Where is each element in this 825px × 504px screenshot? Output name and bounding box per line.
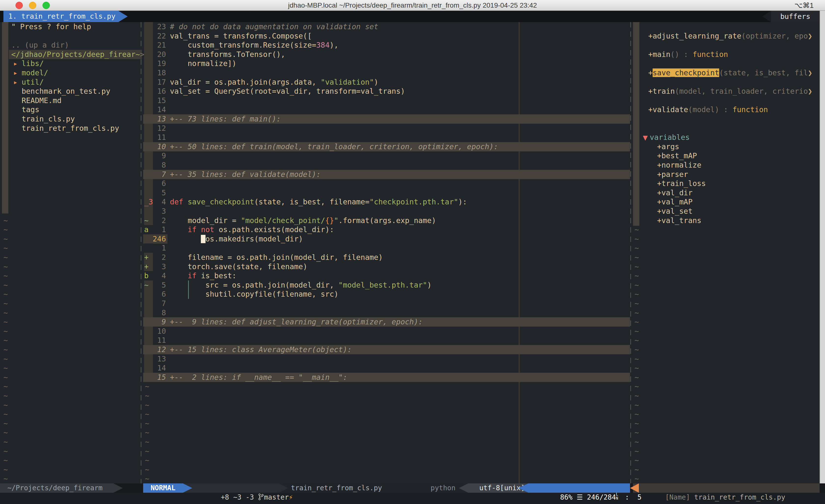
fold-line[interactable]: 7+-- 35 lines: def validate(model): xyxy=(143,170,630,179)
code-text: val_trans = transforms.Compose([ xyxy=(170,31,312,41)
line-number: 11 xyxy=(143,336,166,345)
empty-line-tilde: ~ xyxy=(145,474,149,483)
code-line[interactable]: 10 xyxy=(143,327,630,336)
code-line[interactable]: 2+ filename = os.path.join(model_dir, fi… xyxy=(143,253,630,262)
fold-line[interactable]: 12+-- 15 lines: class AverageMeter(objec… xyxy=(143,345,630,354)
tree-item-file[interactable]: README.md xyxy=(0,96,141,105)
code-line[interactable]: 3+ torch.save(state, filename) xyxy=(143,262,630,271)
line-number: 9 xyxy=(143,317,166,327)
line-number: 6 xyxy=(143,289,166,299)
tag-item[interactable]: +args xyxy=(657,142,679,151)
code-line[interactable]: 18 xyxy=(143,68,630,78)
tag-item[interactable]: +normalize xyxy=(657,161,701,170)
nerdtree-up-dir[interactable]: .. (up a dir) xyxy=(0,40,141,50)
empty-line-tilde: ~ xyxy=(634,474,639,483)
tagbar-status-text: [Name] train_retr_from_cls.py xyxy=(641,483,785,493)
buffers-label[interactable]: buffers xyxy=(771,11,820,22)
tag-item[interactable]: +val_set xyxy=(657,206,693,216)
tag-item[interactable]: +validate(model) : function xyxy=(648,105,768,114)
tag-item[interactable]: +train_loss xyxy=(657,179,706,188)
code-line[interactable]: 16val_set = QuerySet(root=val_dir, trans… xyxy=(143,87,630,96)
code-line[interactable]: 15 xyxy=(143,96,630,105)
empty-line-tilde: ~ xyxy=(3,382,8,391)
tree-item-file[interactable]: train_retr_from_cls.py xyxy=(0,124,141,133)
tree-item-file[interactable]: train_cls.py xyxy=(0,114,141,124)
code-line[interactable]: 4_3def save_checkpoint(state, is_best, f… xyxy=(143,197,630,206)
tag-item[interactable]: +val_trans xyxy=(657,216,701,225)
code-editor[interactable]: ~~~~~~~~~~~23# do not do data augmentati… xyxy=(143,22,630,483)
empty-line-tilde: ~ xyxy=(3,225,8,234)
code-line[interactable]: 14 xyxy=(143,363,630,373)
empty-line-tilde: ~ xyxy=(3,327,8,336)
tag-item[interactable]: +adjust_learning_rate(optimizer, epo❯ xyxy=(648,31,812,41)
fold-line[interactable]: 13+-- 73 lines: def main(): xyxy=(143,114,630,124)
code-line[interactable]: 9 xyxy=(143,151,630,161)
tag-item[interactable]: +parser xyxy=(657,170,688,179)
nerdtree-scrollbar[interactable] xyxy=(2,22,8,214)
fold-line[interactable]: 9+-- 9 lines: def adjust_learning_rate(o… xyxy=(143,317,630,327)
code-line[interactable]: 7 xyxy=(143,299,630,308)
empty-line-tilde: ~ xyxy=(3,345,8,354)
line-number: 12 xyxy=(143,345,166,354)
tabline: 1. train_retr_from_cls.py buffers xyxy=(0,11,825,22)
code-line[interactable]: 5 xyxy=(143,188,630,197)
line-number: 22 xyxy=(143,31,166,41)
code-line[interactable]: 8 xyxy=(143,161,630,170)
empty-line-tilde: ~ xyxy=(3,456,8,465)
code-line[interactable]: 1 xyxy=(143,243,630,253)
window-separator[interactable] xyxy=(630,22,631,483)
right-scrollbar[interactable] xyxy=(820,11,825,504)
empty-line-tilde: ~ xyxy=(634,234,639,244)
tag-item[interactable]: +train(model, train_loader, criterio❯ xyxy=(648,87,812,96)
code-line[interactable]: 2~ model_dir = "model/check_point/{}".fo… xyxy=(143,216,630,225)
empty-line-tilde: ~ xyxy=(3,401,8,410)
empty-line-tilde: ~ xyxy=(3,446,8,456)
code-line[interactable]: 1a if not os.path.exists(model_dir): xyxy=(143,225,630,234)
empty-line-tilde: ~ xyxy=(634,299,639,308)
code-line[interactable]: 14 xyxy=(143,105,630,114)
code-line[interactable]: 6 xyxy=(143,179,630,188)
empty-line-tilde: ~ xyxy=(145,391,149,401)
tree-item-directory[interactable]: ▸util/ xyxy=(0,78,141,87)
code-line[interactable]: 13 xyxy=(143,354,630,364)
code-line[interactable]: 20 transforms.ToTensor(), xyxy=(143,50,630,59)
nerdtree-root[interactable]: </jdhao/Projects/deep_firear~> xyxy=(0,50,141,59)
code-line[interactable]: 11 xyxy=(143,133,630,142)
code-line[interactable]: 19 normalize]) xyxy=(143,59,630,68)
tag-item[interactable]: +val_mAP xyxy=(657,197,693,206)
line-number: 12 xyxy=(143,124,166,133)
code-line[interactable]: 12 xyxy=(143,124,630,133)
code-line[interactable]: 22val_trans = transforms.Compose([ xyxy=(143,31,630,41)
code-line[interactable]: 23# do not do data augmentation on valid… xyxy=(143,22,630,31)
code-line[interactable]: 17val_dir = os.path.join(args.data, "val… xyxy=(143,78,630,87)
gutter-sign: + xyxy=(144,262,159,271)
tagbar-status-file: train_retr_from_cls.py xyxy=(690,493,785,501)
tree-item-file[interactable]: tags xyxy=(0,105,141,114)
tag-item[interactable]: +best_mAP xyxy=(657,151,697,161)
code-line[interactable]: 11 xyxy=(143,336,630,345)
tree-item-directory[interactable]: ▸libs/ xyxy=(0,59,141,68)
code-line[interactable]: 8 xyxy=(143,308,630,318)
code-line[interactable]: 6 shutil.copyfile(filename, src) xyxy=(143,289,630,299)
tree-item-directory[interactable]: ▸model/ xyxy=(0,68,141,78)
statusline: ~/Projects/deep_firearm NORMAL +8 ~3 -3 … xyxy=(0,483,825,493)
empty-line-tilde: ~ xyxy=(3,465,8,474)
tab-train-retr-from-cls[interactable]: 1. train_retr_from_cls.py xyxy=(3,11,118,22)
code-line[interactable]: 3 xyxy=(143,206,630,216)
scroll-percent: 86% xyxy=(560,493,573,501)
line-number: 20 xyxy=(143,50,166,59)
empty-line-tilde: ~ xyxy=(634,419,639,428)
code-line[interactable]: 21 custom_transform.Resize(size=384), xyxy=(143,40,630,50)
tree-item-file[interactable]: benchmark_on_test.py xyxy=(0,87,141,96)
fold-line[interactable]: 10+-- 50 lines: def train(model, train_l… xyxy=(143,142,630,151)
tag-item[interactable]: +val_dir xyxy=(657,188,693,197)
code-text: model_dir = "model/check_point/{}".forma… xyxy=(170,216,436,225)
code-line[interactable]: 4b if is_best: xyxy=(143,271,630,280)
tagbar-scrollbar[interactable] xyxy=(633,22,640,226)
code-line[interactable]: 5~ src = os.path.join(model_dir, "model_… xyxy=(143,280,630,290)
menubar: jdhao-MBP.local ~/Projects/deep_firearm/… xyxy=(0,0,825,11)
fold-line[interactable]: 15+-- 2 lines: if __name__ == "__main__"… xyxy=(143,373,630,382)
code-line[interactable]: 246 os.makedirs(model_dir) xyxy=(143,234,630,244)
tag-item[interactable]: +main() : function xyxy=(648,50,728,59)
tag-item[interactable]: +save_checkpoint(state, is_best, fil❯ xyxy=(648,68,812,78)
